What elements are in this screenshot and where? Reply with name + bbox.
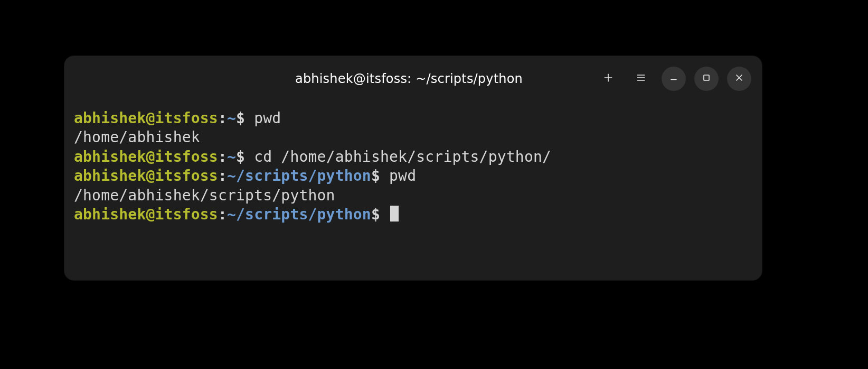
prompt-symbol: $ (371, 167, 389, 185)
terminal-line: abhishek@itsfoss:~/scripts/python$ (74, 205, 752, 224)
prompt-path: ~ (227, 109, 236, 127)
terminal-line: abhishek@itsfoss:~/scripts/python$ pwd (74, 167, 752, 186)
maximize-icon (701, 71, 712, 86)
prompt-separator: : (218, 109, 227, 127)
menu-button[interactable] (629, 67, 653, 91)
prompt-user-host: abhishek@itsfoss (74, 167, 218, 185)
cursor (390, 206, 399, 222)
prompt-separator: : (218, 148, 227, 165)
output-text: /home/abhishek/scripts/python (74, 187, 335, 204)
prompt-separator: : (218, 167, 227, 185)
titlebar-controls (596, 67, 751, 91)
titlebar: abhishek@itsfoss: ~/scripts/python (64, 56, 762, 102)
prompt-path: ~ (227, 148, 236, 165)
prompt-user-host: abhishek@itsfoss (74, 109, 218, 127)
terminal-line: /home/abhishek (74, 128, 752, 147)
prompt-symbol: $ (236, 148, 254, 165)
close-icon (734, 71, 744, 86)
prompt-symbol: $ (236, 109, 254, 127)
svg-rect-6 (704, 75, 709, 80)
prompt-path: ~/scripts/python (227, 206, 371, 223)
output-text: /home/abhishek (74, 128, 200, 146)
plus-icon (603, 71, 614, 86)
terminal-window: abhishek@itsfoss: ~/scripts/python (64, 56, 762, 280)
command-text: cd /home/abhishek/scripts/python/ (254, 148, 551, 165)
new-tab-button[interactable] (596, 67, 620, 91)
maximize-button[interactable] (694, 67, 719, 91)
prompt-user-host: abhishek@itsfoss (74, 148, 218, 165)
command-text: pwd (389, 167, 416, 185)
minimize-icon (668, 71, 679, 86)
prompt-symbol: $ (371, 206, 389, 223)
minimize-button[interactable] (662, 67, 686, 91)
terminal-line: abhishek@itsfoss:~$ pwd (74, 109, 752, 128)
prompt-separator: : (218, 206, 227, 223)
command-text: pwd (254, 109, 281, 127)
terminal-line: abhishek@itsfoss:~$ cd /home/abhishek/sc… (74, 147, 752, 167)
terminal-line: /home/abhishek/scripts/python (74, 186, 752, 205)
hamburger-icon (636, 71, 646, 86)
close-button[interactable] (727, 67, 751, 91)
prompt-path: ~/scripts/python (227, 167, 371, 185)
terminal-body[interactable]: abhishek@itsfoss:~$ pwd/home/abhishekabh… (64, 102, 762, 280)
prompt-user-host: abhishek@itsfoss (74, 206, 218, 223)
